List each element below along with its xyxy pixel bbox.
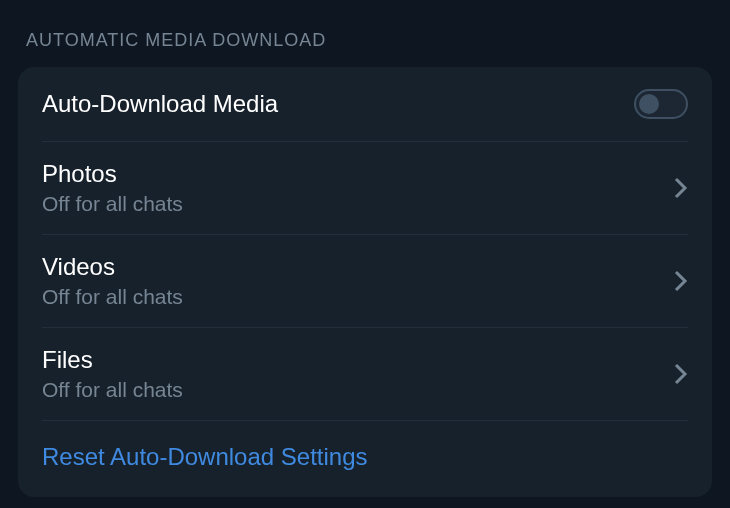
photos-subtitle: Off for all chats [42, 192, 183, 216]
reset-row: Reset Auto-Download Settings [42, 421, 688, 497]
files-title: Files [42, 346, 183, 374]
photos-row-content: Photos Off for all chats [42, 160, 183, 216]
files-row-content: Files Off for all chats [42, 346, 183, 402]
auto-download-toggle[interactable] [634, 89, 688, 119]
reset-link[interactable]: Reset Auto-Download Settings [42, 443, 368, 471]
section-header: AUTOMATIC MEDIA DOWNLOAD [18, 24, 712, 67]
chevron-right-icon [674, 176, 688, 200]
videos-row-content: Videos Off for all chats [42, 253, 183, 309]
videos-row[interactable]: Videos Off for all chats [42, 235, 688, 328]
toggle-knob [639, 94, 659, 114]
auto-download-label: Auto-Download Media [42, 90, 278, 118]
settings-container: AUTOMATIC MEDIA DOWNLOAD Auto-Download M… [0, 0, 730, 497]
videos-subtitle: Off for all chats [42, 285, 183, 309]
files-row[interactable]: Files Off for all chats [42, 328, 688, 421]
chevron-right-icon [674, 269, 688, 293]
settings-panel: Auto-Download Media Photos Off for all c… [18, 67, 712, 497]
photos-title: Photos [42, 160, 183, 188]
photos-row[interactable]: Photos Off for all chats [42, 142, 688, 235]
auto-download-row: Auto-Download Media [42, 67, 688, 142]
chevron-right-icon [674, 362, 688, 386]
files-subtitle: Off for all chats [42, 378, 183, 402]
videos-title: Videos [42, 253, 183, 281]
